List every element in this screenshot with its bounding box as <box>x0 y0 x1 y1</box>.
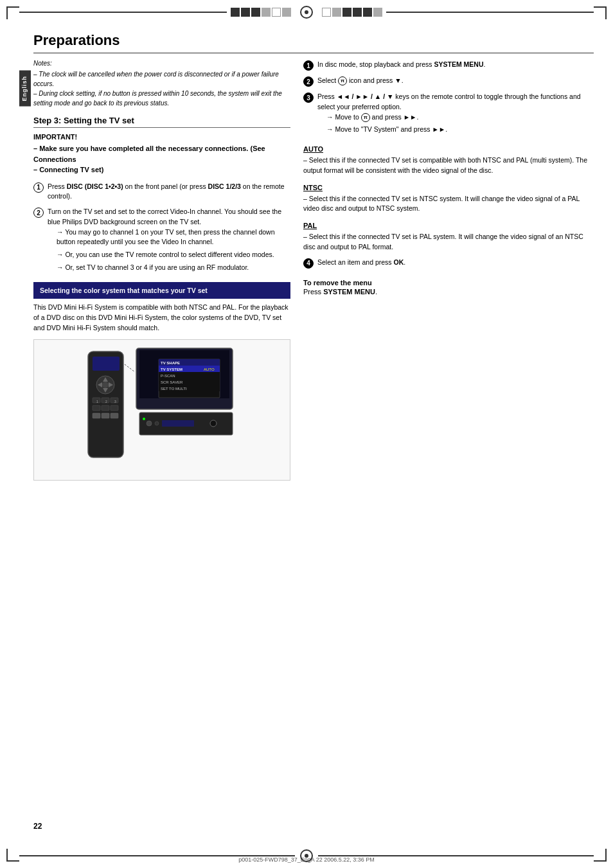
device-illustration: PHILIPS <box>33 339 290 481</box>
important-text: – Make sure you have completed all the n… <box>33 143 290 175</box>
remove-menu-text: Press SYSTEM MENU. <box>303 288 594 296</box>
right-arrow-1: Move to π and press ►►. <box>326 112 594 123</box>
svg-rect-6 <box>162 420 194 427</box>
pal-body: – Select this if the connected TV set is… <box>303 232 594 252</box>
svg-point-5 <box>155 421 159 425</box>
content-columns: Notes: – The clock will be cancelled whe… <box>33 60 594 486</box>
svg-point-4 <box>147 421 152 426</box>
remove-menu-section: To remove the menu Press SYSTEM MENU. <box>303 279 594 296</box>
svg-point-7 <box>210 420 217 427</box>
note-item-2: – During clock setting, if no button is … <box>33 89 290 108</box>
step-2-text: Turn on the TV set and set to the correc… <box>48 207 290 276</box>
svg-line-41 <box>125 364 135 372</box>
svg-rect-21 <box>102 405 109 411</box>
bottom-decorative-bar <box>0 844 613 868</box>
step-1-text: Press DISC (DISC 1•2•3) on the front pan… <box>48 182 290 202</box>
page-title: Preparations <box>33 32 594 53</box>
svg-text:1: 1 <box>96 400 98 403</box>
right-step-3: 3 Press ◄◄ / ►► / ▲ / ▼ keys on the remo… <box>303 92 594 137</box>
corner-mark-tr <box>594 6 607 19</box>
svg-rect-22 <box>111 405 118 411</box>
right-step-2: 2 Select π icon and press ▼. <box>303 76 594 87</box>
arrow-3: Or, set TV to channel 3 or 4 if you are … <box>57 263 290 273</box>
right-step-num-1: 1 <box>303 60 314 71</box>
svg-text:3: 3 <box>114 400 116 403</box>
arrow-1: You may go to channel 1 on your TV set, … <box>57 227 290 248</box>
important-line-1: – Make sure you have completed all the n… <box>33 143 290 164</box>
info-box-title: Selecting the color system that matches … <box>33 282 290 299</box>
right-step-1: 1 In disc mode, stop playback and press … <box>303 60 594 71</box>
svg-text:SET TO MULTI: SET TO MULTI <box>161 387 187 391</box>
page-content: English Preparations Notes: – The clock … <box>19 32 594 836</box>
right-step-1-text: In disc mode, stop playback and press SY… <box>317 60 485 71</box>
step3-heading: Step 3: Setting the TV set <box>33 116 290 128</box>
auto-body: – Select this if the connected TV set is… <box>303 155 594 176</box>
language-tab: English <box>19 71 31 107</box>
step-num-1: 1 <box>33 182 44 193</box>
notes-text: – The clock will be cancelled when the p… <box>33 69 290 108</box>
svg-rect-24 <box>102 413 109 418</box>
top-decorative-bar <box>0 0 613 24</box>
step-num-2: 2 <box>33 208 44 218</box>
remove-menu-heading: To remove the menu <box>303 279 594 287</box>
left-column: Notes: – The clock will be cancelled whe… <box>33 60 290 486</box>
ntsc-label: NTSC <box>303 184 594 191</box>
right-column: 1 In disc mode, stop playback and press … <box>303 60 594 486</box>
notes-label: Notes: <box>33 60 290 67</box>
left-step-2: 2 Turn on the TV set and set to the corr… <box>33 207 290 276</box>
left-step-1: 1 Press DISC (DISC 1•2•3) on the front p… <box>33 182 290 202</box>
right-arrow-2: Move to "TV System" and press ►►. <box>326 125 594 135</box>
right-step-4-text: Select an item and press OK. <box>317 258 405 269</box>
note-item-1: – The clock will be cancelled when the p… <box>33 69 290 89</box>
right-step-2-text: Select π icon and press ▼. <box>317 76 404 87</box>
ntsc-body: – Select this if the connected TV set is… <box>303 194 594 215</box>
svg-point-8 <box>143 418 145 420</box>
right-step-4: 4 Select an item and press OK. <box>303 258 594 269</box>
svg-text:2: 2 <box>105 400 107 403</box>
svg-rect-20 <box>93 405 100 411</box>
corner-mark-tl <box>6 6 19 19</box>
pal-label: PAL <box>303 222 594 229</box>
svg-text:P-SCAN: P-SCAN <box>161 374 175 378</box>
right-step-num-2: 2 <box>303 76 314 87</box>
svg-rect-10 <box>93 357 120 371</box>
svg-text:TV SHAPE: TV SHAPE <box>161 361 180 365</box>
svg-text:SCR SAVER: SCR SAVER <box>161 380 183 384</box>
important-line-2: – Connecting TV set) <box>33 164 290 175</box>
right-step-num-4: 4 <box>303 258 314 269</box>
svg-text:AUTO: AUTO <box>204 368 215 371</box>
device-svg: PHILIPS <box>85 345 239 467</box>
right-step-3-content: Press ◄◄ / ►► / ▲ / ▼ keys on the remote… <box>317 92 594 137</box>
svg-text:TV SYSTEM: TV SYSTEM <box>161 368 182 371</box>
auto-label: AUTO <box>303 145 594 153</box>
svg-rect-23 <box>93 413 100 418</box>
important-label: IMPORTANT! <box>33 133 290 141</box>
svg-rect-25 <box>111 413 118 418</box>
svg-point-16 <box>102 382 109 388</box>
info-box-body: This DVD Mini Hi-Fi System is compatible… <box>33 303 290 333</box>
page-number: 22 <box>33 822 42 831</box>
right-step-num-3: 3 <box>303 93 314 103</box>
arrow-2: Or, you can use the TV remote control to… <box>57 250 290 260</box>
